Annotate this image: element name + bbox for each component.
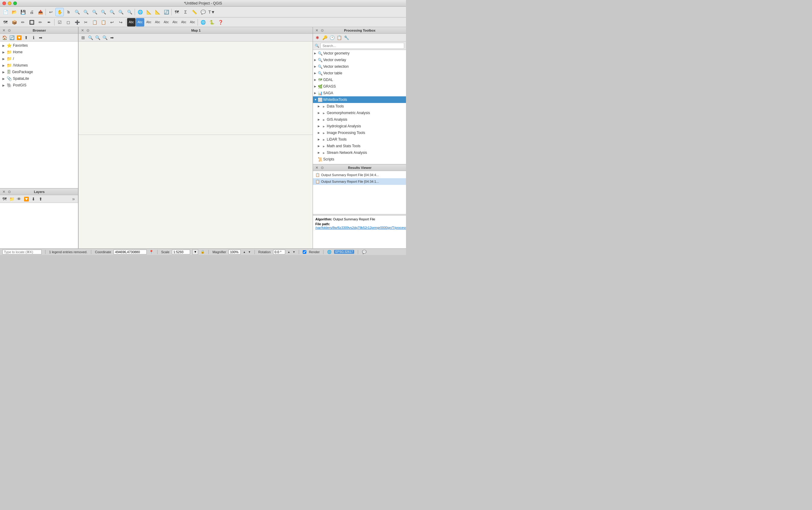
tree-item-scripts[interactable]: ▶ 📜 Scripts (313, 156, 406, 162)
measure-button[interactable]: 📐 (145, 8, 153, 16)
browser-item-favorites[interactable]: ▶ ⭐ Favorites (0, 42, 78, 49)
close-button[interactable] (2, 1, 6, 5)
pan-map-button[interactable]: 🔍 (117, 8, 125, 16)
epsg-badge[interactable]: EPSG:32617 (334, 250, 354, 254)
scale-input[interactable] (172, 249, 190, 254)
toolbox-float-icon[interactable]: ⊙ (320, 28, 324, 32)
render-checkbox[interactable] (303, 250, 306, 254)
map-zoom-layer-button[interactable]: 🔍 (94, 34, 101, 41)
browser-close-icon[interactable]: ✕ (2, 28, 6, 32)
tree-item-stream-network[interactable]: ▶ ▸ Stream Network Analysis (313, 149, 406, 156)
print-layout-button[interactable]: 📤 (36, 8, 45, 16)
tip-button[interactable]: 💬 (199, 8, 207, 16)
toolbox-results-button[interactable]: 📋 (336, 34, 343, 41)
tree-item-whiteboxtools[interactable]: ▼ ⬜ WhiteBoxTools (313, 96, 406, 103)
label-button3[interactable]: Abc (145, 18, 153, 27)
browser-item-geopackage[interactable]: ▶ 🗄 GeoPackage (0, 69, 78, 75)
results-close-icon[interactable]: ✕ (315, 166, 319, 170)
zoom-in-button[interactable]: 🔍 (73, 8, 81, 16)
tree-item-hydrological[interactable]: ▶ ▸ Hydrological Analysis (313, 123, 406, 129)
sum-button[interactable]: Σ (181, 8, 190, 16)
zoom-layer-button[interactable]: 🔍 (99, 8, 108, 16)
check-geom-button[interactable]: ☑ (55, 18, 64, 27)
tree-item-math-stats[interactable]: ▶ ▸ Math and Stats Tools (313, 143, 406, 149)
layers-expand-button[interactable]: ⬇ (30, 196, 37, 202)
map-float-icon[interactable]: ⊙ (86, 28, 90, 32)
toolbox-history-button[interactable]: 🔑 (321, 34, 328, 41)
browser-home-button[interactable]: 🏠 (1, 34, 8, 41)
map-canvas[interactable] (78, 41, 313, 248)
tree-item-vector-table[interactable]: ▶ 🔍 Vector table (313, 70, 406, 77)
maximize-button[interactable] (13, 1, 17, 5)
coordinate-input[interactable] (114, 249, 147, 254)
layers-visibility-button[interactable]: 👁 (16, 196, 22, 202)
browser-item-spatialite[interactable]: ▶ 📎 SpatiaLite (0, 75, 78, 82)
new-project-button[interactable]: 📄 (1, 8, 10, 16)
magnifier-down-icon[interactable]: ▼ (248, 250, 251, 253)
layers-collapse-button[interactable]: ⬆ (37, 196, 44, 202)
layers-close-icon[interactable]: ✕ (2, 190, 6, 194)
tree-item-geomorphometric[interactable]: ▶ ▸ Geomorphometric Analysis (313, 110, 406, 116)
measure2-button[interactable]: 📐 (153, 8, 162, 16)
rotation-input[interactable] (273, 249, 285, 254)
toolbox-search-input[interactable] (320, 43, 404, 49)
result-item-1[interactable]: 📋 Output Summary Report File [04:34:4... (313, 172, 406, 178)
help-button[interactable]: ❓ (216, 18, 225, 27)
browser-properties-button[interactable]: ℹ (30, 34, 37, 41)
map-zoom-full-button[interactable]: ⊞ (80, 34, 86, 41)
filepath-link[interactable]: /var/folders/8w/6z3309vs2dq79b52r12prmgr… (315, 226, 406, 230)
minimize-button[interactable] (8, 1, 11, 5)
refresh-button[interactable]: 🔄 (162, 8, 171, 16)
toolbox-close-icon[interactable]: ✕ (315, 28, 319, 32)
locate-input[interactable] (2, 249, 41, 254)
browser-filter-button[interactable]: 🔽 (16, 34, 22, 41)
toolbox-options-button[interactable]: 🔧 (343, 34, 350, 41)
zoom-native-button[interactable]: 🔍 (125, 8, 134, 16)
select-features-button[interactable]: 🔲 (27, 18, 36, 27)
tree-item-vector-geometry[interactable]: ▶ 🔍 Vector geometry (313, 50, 406, 57)
rotation-down-icon[interactable]: ▼ (292, 250, 295, 253)
map-set-crs-button[interactable]: ➡ (109, 34, 115, 41)
add-point-button[interactable]: ✒ (45, 18, 53, 27)
layer-open-button[interactable]: 🗺 (1, 18, 10, 27)
tree-item-lidar-tools[interactable]: ▶ ▸ LiDAR Tools (313, 136, 406, 143)
result-item-2[interactable]: 📋 Output Summary Report File [04:34:1... (313, 178, 406, 185)
toolbox-recent-button[interactable]: 🕐 (328, 34, 335, 41)
tree-item-saga[interactable]: ▶ 📊 SAGA (313, 90, 406, 96)
rotation-up-icon[interactable]: ▲ (288, 250, 290, 253)
label-button5[interactable]: Abc (162, 18, 171, 27)
split-button[interactable]: ✂ (82, 18, 90, 27)
messages-button[interactable]: 💬 (362, 249, 367, 255)
tree-item-gis-analysis[interactable]: ▶ ▸ GIS Analysis (313, 116, 406, 123)
layers-more-button[interactable]: » (70, 196, 77, 202)
tree-item-vector-selection[interactable]: ▶ 🔍 Vector selection (313, 63, 406, 70)
zoom-selection-button[interactable]: 🔍 (108, 8, 116, 16)
annotation-button[interactable]: T▼ (207, 8, 216, 16)
pan-button[interactable]: ✋ (55, 8, 64, 16)
ruler-button[interactable]: 📏 (190, 8, 199, 16)
tree-item-image-processing[interactable]: ▶ ▸ Image Processing Tools (313, 129, 406, 136)
scale-dropdown-button[interactable]: ▼ (193, 249, 199, 255)
browser-collapse-button[interactable]: ⬆ (23, 34, 30, 41)
label-button4[interactable]: Abc (153, 18, 162, 27)
python-button[interactable]: 🐍 (207, 18, 216, 27)
tree-item-data-tools[interactable]: ▶ ▸ Data Tools (313, 103, 406, 110)
zoom-out-button[interactable]: 🔍 (82, 8, 90, 16)
layers-float-icon[interactable]: ⊙ (7, 190, 11, 194)
save-as-button[interactable]: 🖨 (27, 8, 36, 16)
label-button6[interactable]: Abc (171, 18, 179, 27)
browser-item-volumes[interactable]: ▶ 📁 /Volumes (0, 62, 78, 69)
toolbox-run-button[interactable]: ✱ (314, 34, 321, 41)
label-button2[interactable]: Abc (136, 18, 144, 27)
geom-tools-button[interactable]: ◻ (64, 18, 72, 27)
add-vector-button[interactable]: 📦 (10, 18, 18, 27)
browser-refresh-button[interactable]: 🔄 (8, 34, 15, 41)
browser-item-postgis[interactable]: ▶ 🐘 PostGIS (0, 82, 78, 89)
map-zoom-select-button[interactable]: 🔍 (87, 34, 94, 41)
edit-attributes-button[interactable]: ✏ (36, 18, 45, 27)
undo-button[interactable]: ↩ (47, 8, 55, 16)
magnifier-up-icon[interactable]: ▲ (243, 250, 246, 253)
map-zoom-canvas-button[interactable]: 🔍 (102, 34, 108, 41)
tile-layer-button[interactable]: 🗺 (173, 8, 181, 16)
save-project-button[interactable]: 💾 (19, 8, 27, 16)
